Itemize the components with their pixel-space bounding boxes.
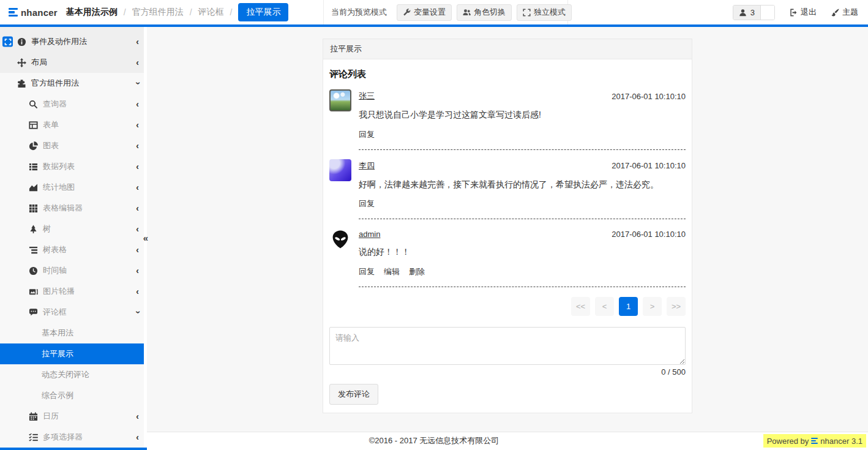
breadcrumb-comment-box[interactable]: 评论框	[198, 7, 224, 18]
sidebar-item-events-and-actions[interactable]: 事件及动作用法‹	[0, 31, 147, 52]
comment-author-link[interactable]: 李四	[359, 160, 375, 171]
sidebar-item-form[interactable]: 表单‹	[0, 114, 147, 135]
navbar-center-cluster: 当前为预览模式 变量设置角色切换独立模式	[323, 0, 568, 24]
comment-action-reply[interactable]: 回复	[359, 266, 375, 277]
users-icon	[463, 9, 471, 17]
logout-button[interactable]: 退出	[790, 7, 817, 18]
user-split-dropdown[interactable]	[761, 6, 774, 20]
carousel-icon	[29, 287, 38, 296]
chevron-left-icon: ‹	[136, 162, 139, 171]
powered-by-badge[interactable]: Powered by nhancer 3.1	[763, 434, 866, 448]
sidebar-item-flatten-display[interactable]: 拉平展示	[0, 343, 147, 364]
comment-action-reply[interactable]: 回复	[359, 198, 375, 209]
comment-timestamp: 2017-06-01 10:10:10	[612, 92, 686, 101]
page-last-button[interactable]: >>	[667, 297, 686, 316]
signout-icon	[790, 9, 798, 17]
sidebar-item-dynamic-close-comment[interactable]: 动态关闭评论	[0, 364, 147, 385]
page-1-button[interactable]: 1	[619, 297, 638, 316]
navbar-actions: 变量设置角色切换独立模式	[397, 4, 572, 21]
sidebar-item-label: 日历	[43, 411, 59, 422]
calendar-icon	[29, 412, 38, 421]
brush-icon	[831, 9, 839, 17]
sidebar-item-combined-example[interactable]: 综合示例	[0, 385, 147, 406]
blue-abstract-avatar[interactable]	[329, 159, 351, 181]
sidebar-item-timeline[interactable]: 时间轴‹	[0, 260, 147, 281]
comment-author-link[interactable]: admin	[359, 230, 380, 239]
navbar-right: 3 退出 主题	[733, 0, 858, 24]
standalone-mode-button[interactable]: 独立模式	[517, 4, 572, 21]
sidebar-item-label: 事件及动作用法	[31, 36, 87, 47]
app-logo[interactable]: nhancer	[9, 7, 58, 18]
sidebar-item-multi-select[interactable]: 多项选择器‹	[0, 427, 147, 448]
powered-by-text: Powered by	[767, 437, 809, 446]
sidebar-item-label: 表格编辑器	[43, 203, 83, 214]
page-prev-button[interactable]: <	[595, 297, 614, 316]
enhancer-logo-icon	[9, 8, 18, 17]
tree-table-icon	[29, 246, 38, 255]
sidebar-item-basic-usage[interactable]: 基本用法	[0, 323, 147, 343]
theme-button[interactable]: 主题	[831, 7, 858, 18]
landscape-photo-avatar[interactable]	[329, 89, 351, 111]
sidebar-item-label: 多项选择器	[43, 432, 83, 443]
user-count-value: 3	[750, 8, 755, 17]
page-first-button[interactable]: <<	[571, 297, 590, 316]
role-switch-button[interactable]: 角色切换	[457, 4, 512, 21]
standalone-icon	[523, 9, 531, 17]
content-area: 拉平展示 评论列表 张三2017-06-01 10:10:10我只想说自己小学是…	[147, 27, 868, 432]
sidebar-collapse-handle[interactable]: «	[143, 232, 148, 242]
comment-action-delete[interactable]: 删除	[409, 266, 425, 277]
breadcrumb-flatten-display[interactable]: 拉平展示	[238, 3, 288, 21]
comment-text: 我只想说自己小学是学习过这篇文章写过读后感!	[359, 109, 686, 121]
clock-icon	[29, 266, 38, 276]
comment-input[interactable]	[329, 327, 686, 365]
logo-text: nhancer	[21, 7, 58, 18]
sidebar-item-comment-box[interactable]: 评论框‹	[0, 302, 147, 323]
comment-actions: 回复	[359, 198, 686, 209]
sidebar-item-data-list[interactable]: 数据列表‹	[0, 156, 147, 177]
comment-action-reply[interactable]: 回复	[359, 129, 375, 140]
variable-settings-button-label: 变量设置	[414, 7, 446, 18]
grid-icon	[29, 204, 38, 213]
sidebar-item-tree-table[interactable]: 树表格‹	[0, 239, 147, 260]
sidebar-item-label: 时间轴	[43, 265, 67, 276]
chevron-left-icon: ‹	[136, 287, 139, 296]
top-navbar: nhancer 基本用法示例/官方组件用法/评论框/拉平展示 当前为预览模式 变…	[0, 0, 868, 27]
sidebar-item-label: 图表	[43, 140, 59, 151]
chevron-left-icon: ‹	[136, 433, 139, 441]
sidebar-item-chart[interactable]: 图表‹	[0, 135, 147, 156]
publish-comment-button[interactable]: 发布评论	[329, 384, 378, 405]
comment-item: 李四2017-06-01 10:10:10好啊，法律越来越完善，接下来就看执行的…	[329, 150, 686, 220]
sidebar-item-label: 综合示例	[42, 390, 73, 401]
sidebar-item-table-editor[interactable]: 表格编辑器‹	[0, 198, 147, 219]
comment-action-edit[interactable]: 编辑	[384, 266, 400, 277]
sidebar-item-official-components[interactable]: 官方组件用法‹	[0, 73, 147, 94]
sidebar-item-image-carousel[interactable]: 图片轮播‹	[0, 281, 147, 302]
breadcrumb-official-components[interactable]: 官方组件用法	[132, 7, 184, 18]
area-chart-icon	[29, 183, 38, 192]
variable-settings-button[interactable]: 变量设置	[397, 4, 452, 21]
role-switch-button-label: 角色切换	[474, 7, 506, 18]
designer-expand-icon[interactable]	[2, 37, 13, 47]
enhancer-mini-logo-icon	[811, 438, 818, 444]
sidebar-item-calendar[interactable]: 日历‹	[0, 406, 147, 427]
comment-actions: 回复	[359, 129, 686, 140]
sidebar-item-stats-map[interactable]: 统计地图‹	[0, 177, 147, 198]
comment-timestamp: 2017-06-01 10:10:10	[612, 161, 686, 170]
flatten-display-panel: 拉平展示 评论列表 张三2017-06-01 10:10:10我只想说自己小学是…	[323, 39, 692, 413]
breadcrumb-basic-usage-examples[interactable]: 基本用法示例	[66, 7, 118, 18]
alien-avatar[interactable]	[329, 228, 351, 250]
sidebar-item-query-builder[interactable]: 查询器‹	[0, 94, 147, 114]
page-next-button[interactable]: >	[643, 297, 662, 316]
preview-mode-label: 当前为预览模式	[331, 7, 387, 18]
breadcrumb-separator: /	[190, 7, 192, 17]
puzzle-icon	[17, 79, 26, 88]
standalone-mode-button-label: 独立模式	[534, 7, 566, 18]
comment-list: 张三2017-06-01 10:10:10我只想说自己小学是学习过这篇文章写过读…	[329, 80, 686, 287]
powered-by-version: nhancer 3.1	[820, 437, 862, 446]
sidebar-item-layout[interactable]: 布局‹	[0, 52, 147, 73]
online-users-button[interactable]: 3	[733, 5, 775, 20]
chevron-left-icon: ‹	[136, 266, 139, 275]
comment-author-link[interactable]: 张三	[359, 91, 375, 102]
sidebar-item-tree[interactable]: 树‹	[0, 219, 147, 239]
pie-chart-icon	[29, 141, 38, 151]
